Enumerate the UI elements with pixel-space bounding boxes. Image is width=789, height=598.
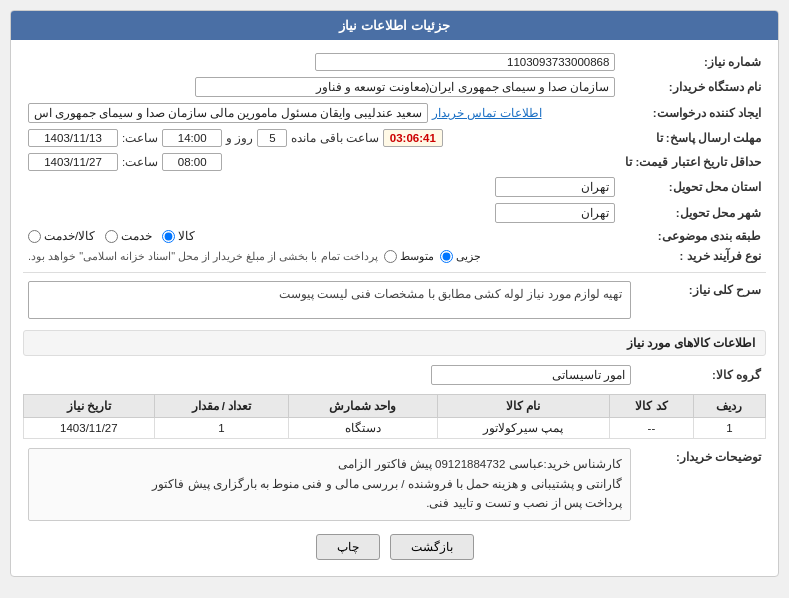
now-option-pardakht: پرداخت تمام با بخشی از مبلغ خریدار از مح… bbox=[28, 250, 378, 263]
col-tarikh: تاریخ نیاز bbox=[24, 395, 155, 418]
table-cell: 1403/11/27 bbox=[24, 418, 155, 439]
col-kod-kala: کد کالا bbox=[610, 395, 694, 418]
table-cell: 1 bbox=[154, 418, 288, 439]
table-cell: دستگاه bbox=[289, 418, 437, 439]
etelaat-tamas-link[interactable]: اطلاعات تماس خریدار bbox=[432, 106, 541, 120]
radio-khedmat[interactable]: خدمت bbox=[105, 229, 152, 243]
hadat-time: 08:00 bbox=[162, 153, 222, 171]
sarh-label: سرح کلی نیاز: bbox=[636, 278, 766, 322]
sarh-value: تهیه لوازم مورد نیاز لوله کشی مطابق با م… bbox=[28, 281, 631, 319]
tawzih-label: توضیحات خریدار: bbox=[636, 445, 766, 524]
nam-dastgah-value: سازمان صدا و سیمای جمهوری ایران(معاونت ت… bbox=[195, 77, 615, 97]
gorohe-value: امور تاسیساتی bbox=[431, 365, 631, 385]
radio-kala-input[interactable] bbox=[162, 230, 175, 243]
col-nam-kala: نام کالا bbox=[437, 395, 610, 418]
radio-motavaset-label: متوسط bbox=[400, 250, 434, 263]
ijad-konande-label: ایجاد کننده درخواست: bbox=[620, 100, 766, 126]
col-radif: ردیف bbox=[693, 395, 765, 418]
radio-khedmat-label: خدمت bbox=[121, 229, 152, 243]
mohlat-time-label: ساعت: bbox=[122, 131, 158, 145]
mohlat-time: 14:00 bbox=[162, 129, 222, 147]
radio-jozi-label: جزیی bbox=[456, 250, 481, 263]
table-cell: 1 bbox=[693, 418, 765, 439]
timer-value: 03:06:41 bbox=[383, 129, 443, 147]
rooz-label: روز و bbox=[226, 131, 253, 145]
kala-table: ردیف کد کالا نام کالا واحد شمارش تعداد /… bbox=[23, 394, 766, 439]
radio-kala-khedmat-label: کالا/خدمت bbox=[44, 229, 95, 243]
ijad-konande-value: سعید عندلیبی وایقان مسئول مامورین مالی س… bbox=[28, 103, 428, 123]
col-tedad: تعداد / مقدار bbox=[154, 395, 288, 418]
kala-info-title: اطلاعات کالاهای مورد نیاز bbox=[23, 330, 766, 356]
shomara-niaz-value: 1103093733000868 bbox=[315, 53, 615, 71]
shahr-label: شهر محل تحویل: bbox=[620, 200, 766, 226]
col-vahed: واحد شمارش bbox=[289, 395, 437, 418]
ostan-value: تهران bbox=[495, 177, 615, 197]
gorohe-label: گروه کالا: bbox=[636, 362, 766, 388]
radio-motavaset[interactable]: متوسط bbox=[384, 250, 434, 263]
radio-jozi-input[interactable] bbox=[440, 250, 453, 263]
tabaqa-label: طبقه بندی موضوعی: bbox=[620, 226, 766, 246]
baqi-label: ساعت باقی مانده bbox=[291, 131, 378, 145]
hadat-time-label: ساعت: bbox=[122, 155, 158, 169]
table-cell: -- bbox=[610, 418, 694, 439]
radio-motavaset-input[interactable] bbox=[384, 250, 397, 263]
shomara-niaz-label: شماره نیاز: bbox=[620, 50, 766, 74]
table-row: 1--پمپ سیرکولاتوردستگاه11403/11/27 bbox=[24, 418, 766, 439]
now-label: نوع فرآیند خرید : bbox=[620, 246, 766, 266]
radio-kala-khedmat[interactable]: کالا/خدمت bbox=[28, 229, 95, 243]
hadat-label: حداقل تاریخ اعتبار قیمت: تا bbox=[620, 150, 766, 174]
hadat-date: 1403/11/27 bbox=[28, 153, 118, 171]
ostan-label: استان محل تحویل: bbox=[620, 174, 766, 200]
mohlat-date: 1403/11/13 bbox=[28, 129, 118, 147]
chap-button[interactable]: چاپ bbox=[316, 534, 380, 560]
shahr-value: تهران bbox=[495, 203, 615, 223]
mohlat-ersal-label: مهلت ارسال پاسخ: تا bbox=[620, 126, 766, 150]
radio-jozi[interactable]: جزیی bbox=[440, 250, 481, 263]
radio-kala-khedmat-input[interactable] bbox=[28, 230, 41, 243]
table-cell: پمپ سیرکولاتور bbox=[437, 418, 610, 439]
page-title: جزئیات اطلاعات نیاز bbox=[11, 11, 778, 40]
radio-khedmat-input[interactable] bbox=[105, 230, 118, 243]
bazgasht-button[interactable]: بازگشت bbox=[390, 534, 474, 560]
radio-kala-label: کالا bbox=[178, 229, 195, 243]
nam-dastgah-label: نام دستگاه خریدار: bbox=[620, 74, 766, 100]
tawzih-value: کارشناس خرید:عباسی 09121884732 پیش فاکتو… bbox=[28, 448, 631, 521]
rooz-value: 5 bbox=[257, 129, 287, 147]
radio-kala[interactable]: کالا bbox=[162, 229, 195, 243]
